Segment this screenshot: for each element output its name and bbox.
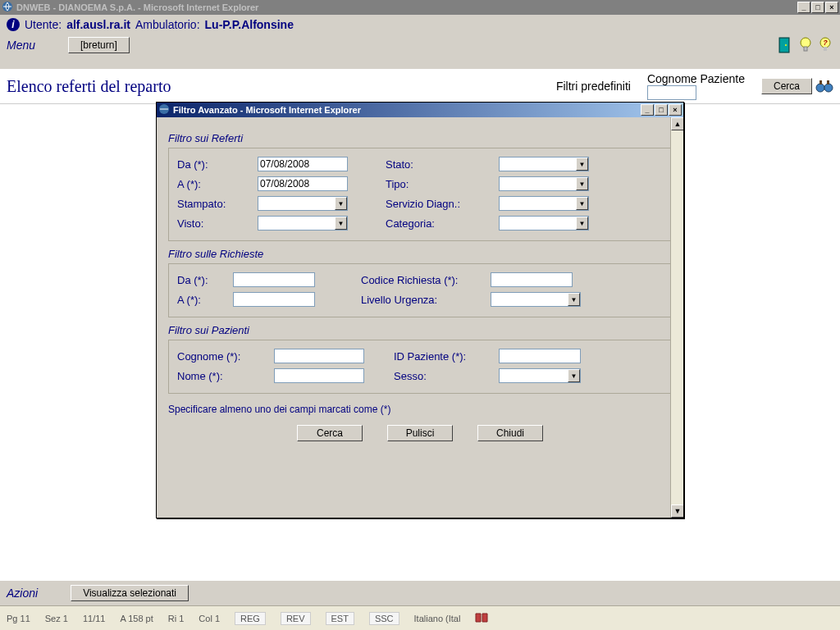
id-paziente-input[interactable]	[499, 349, 581, 363]
footnote: Specificare almeno uno dei campi marcati…	[168, 404, 672, 415]
filtri-predefiniti-label: Filtri predefiniti	[556, 80, 631, 93]
ie-icon	[158, 103, 170, 116]
status-ssc: SSC	[369, 612, 399, 625]
modal-chiudi-button[interactable]: Chiudi	[477, 425, 543, 441]
cerca-button[interactable]: Cerca	[761, 78, 812, 94]
ie-icon	[2, 1, 13, 14]
a-label: A (*):	[177, 178, 251, 190]
stampato-label: Stampato:	[177, 198, 251, 210]
section-pazienti-title: Filtro sui Pazienti	[168, 324, 672, 336]
section-richieste-title: Filtro sulle Richieste	[168, 248, 672, 260]
utente-value: alf.ausl.ra.it	[66, 18, 130, 31]
svg-rect-2	[780, 39, 788, 52]
codice-richiesta-input[interactable]	[491, 272, 573, 287]
da-label: Da (*):	[177, 158, 251, 171]
tipo-select[interactable]: ▼	[499, 176, 589, 191]
a2-input[interactable]	[233, 292, 315, 307]
servizio-select[interactable]: ▼	[499, 196, 589, 211]
svg-point-4	[801, 38, 810, 48]
minimize-button[interactable]: _	[797, 2, 810, 13]
lightbulb-help-icon[interactable]: ?	[817, 36, 833, 54]
status-reg: REG	[235, 612, 266, 625]
filter-modal: Filtro Avanzato - Microsoft Internet Exp…	[156, 102, 684, 518]
id-paziente-label: ID Paziente (*):	[394, 350, 492, 363]
binoculars-icon[interactable]	[815, 79, 833, 94]
modal-cerca-button[interactable]: Cerca	[297, 425, 363, 441]
categoria-select[interactable]: ▼	[499, 216, 589, 231]
status-col: Col 1	[199, 614, 220, 623]
status-ri: Ri 1	[168, 614, 185, 623]
svg-rect-11	[819, 80, 822, 84]
status-est: EST	[326, 612, 354, 625]
cognome-input[interactable]	[274, 349, 364, 363]
cognome-label: Cognome (*):	[177, 350, 267, 363]
a-input[interactable]	[258, 176, 348, 191]
modal-titlebar: Filtro Avanzato - Microsoft Internet Exp…	[157, 103, 683, 117]
modal-pulisci-button[interactable]: Pulisci	[387, 425, 453, 441]
tipo-label: Tipo:	[386, 178, 492, 190]
svg-point-10	[824, 84, 833, 92]
svg-rect-5	[804, 47, 807, 51]
svg-text:?: ?	[823, 39, 828, 47]
menu-label[interactable]: Menu	[7, 39, 35, 52]
info-bar: i Utente: alf.ausl.ra.it Ambulatorio: Lu…	[0, 15, 840, 34]
status-pages: 11/11	[83, 614, 106, 623]
scroll-down-arrow[interactable]: ▼	[671, 504, 683, 518]
scroll-up-arrow[interactable]: ▲	[671, 117, 683, 130]
status-at: A 158 pt	[120, 614, 153, 623]
section-pazienti: Cognome (*): ID Paziente (*): Nome (*): …	[168, 340, 672, 394]
visto-label: Visto:	[177, 217, 251, 230]
ambulatorio-value: Lu-P.P.Alfonsine	[205, 18, 294, 31]
da2-input[interactable]	[233, 272, 315, 287]
modal-buttons: Cerca Pulisci Chiudi	[168, 425, 672, 441]
menu-bar: Menu [breturn] ?	[0, 34, 840, 56]
door-icon[interactable]	[778, 36, 794, 54]
a2-label: A (*):	[177, 294, 226, 306]
nome-input[interactable]	[274, 368, 364, 383]
visualizza-selezionati-button[interactable]: Visualizza selezionati	[71, 585, 189, 601]
section-richieste: Da (*): Codice Richiesta (*): A (*): Liv…	[168, 263, 672, 317]
action-bar: Azioni Visualizza selezionati	[0, 581, 840, 605]
modal-title: Filtro Avanzato - Microsoft Internet Exp…	[173, 105, 361, 115]
visto-select[interactable]: ▼	[258, 216, 348, 231]
breturn-button[interactable]: [breturn]	[68, 37, 130, 53]
codice-richiesta-label: Codice Richiesta (*):	[361, 274, 484, 286]
livello-urgenza-select[interactable]: ▼	[491, 292, 581, 307]
sesso-label: Sesso:	[394, 370, 492, 382]
da-input[interactable]	[258, 157, 348, 171]
status-rev: REV	[281, 612, 311, 625]
svg-rect-7	[824, 47, 827, 51]
info-icon: i	[7, 18, 20, 31]
livello-urgenza-label: Livello Urgenza:	[361, 294, 484, 306]
categoria-label: Categoria:	[386, 217, 492, 230]
svg-point-9	[816, 84, 824, 92]
svg-rect-12	[827, 80, 829, 84]
toolbar-icons: ?	[778, 36, 833, 54]
lightbulb-icon[interactable]	[797, 36, 814, 54]
da2-label: Da (*):	[177, 274, 226, 286]
servizio-label: Servizio Diagn.:	[386, 198, 492, 210]
section-referti-title: Filtro sui Referti	[168, 132, 672, 144]
cognome-paziente-label: Cognome Paziente	[647, 72, 745, 85]
stato-label: Stato:	[386, 158, 492, 171]
main-window-title: DNWEB - DIANOEMA S.p.A. - Microsoft Inte…	[16, 2, 258, 12]
svg-point-3	[785, 44, 787, 46]
modal-close-button[interactable]: ×	[669, 104, 682, 116]
utente-label: Utente:	[25, 18, 62, 31]
book-icon	[475, 612, 488, 625]
modal-minimize-button[interactable]: _	[641, 104, 654, 116]
main-window-controls: _ □ ×	[797, 2, 838, 13]
page-header: Elenco referti del reparto Filtri predef…	[0, 69, 840, 104]
section-referti: Da (*): Stato: ▼ A (*): Tipo: ▼ Stampato…	[168, 148, 672, 241]
status-sez: Sez 1	[45, 614, 68, 623]
modal-maximize-button[interactable]: □	[655, 104, 668, 116]
stato-select[interactable]: ▼	[499, 157, 589, 171]
maximize-button[interactable]: □	[811, 2, 824, 13]
status-bar: Pg 11 Sez 1 11/11 A 158 pt Ri 1 Col 1 RE…	[0, 605, 840, 630]
stampato-select[interactable]: ▼	[258, 196, 348, 211]
close-button[interactable]: ×	[825, 2, 838, 13]
cognome-paziente-input[interactable]	[647, 85, 696, 100]
main-window-titlebar: DNWEB - DIANOEMA S.p.A. - Microsoft Inte…	[0, 0, 840, 15]
modal-scrollbar[interactable]: ▲ ▼	[670, 117, 683, 518]
sesso-select[interactable]: ▼	[499, 368, 581, 383]
